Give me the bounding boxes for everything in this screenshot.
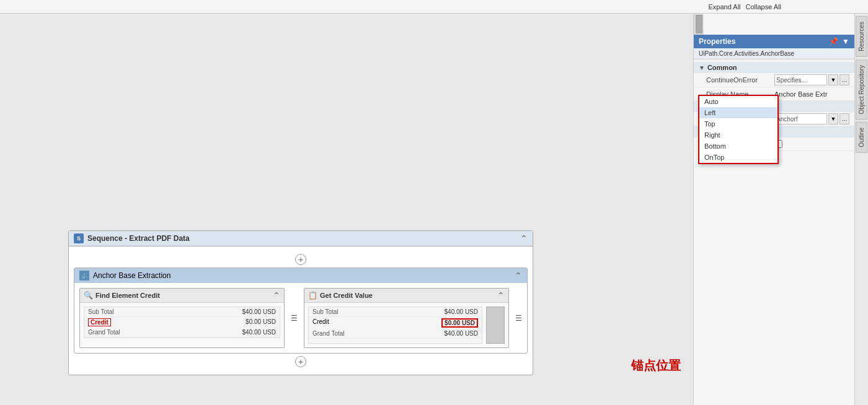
anchor-base-header: ⚓ Anchor Base Extraction ⌃ (74, 268, 527, 283)
scroll-thumb[interactable] (696, 15, 702, 33)
continue-on-error-row: ContinueOnError ▼ … (694, 73, 854, 87)
properties-subtitle: UiPath.Core.Activities.AnchorBase (694, 48, 854, 59)
dropdown-item-bottom[interactable]: Bottom (699, 141, 777, 152)
add-after-anchor: + (74, 354, 528, 370)
sequence-icon: S (74, 233, 84, 243)
sequence-container: S Sequence - Extract PDF Data ⌃ + ⚓ Anch… (68, 230, 533, 375)
anchor-base-title: Anchor Base Extraction (93, 271, 170, 280)
plus-circle-bottom[interactable]: + (295, 356, 306, 367)
properties-header: Properties 📌 ▼ (694, 35, 854, 48)
anchor-position-edit-btn[interactable]: … (839, 113, 849, 124)
right-tabs: Resources Object Repository Outline (854, 14, 868, 405)
get-credit-body: Sub Total $40.00 USD Credit $0.00 USD Gr… (304, 303, 508, 347)
get-credit-title: Get Credit Value (320, 292, 373, 299)
continue-on-error-dropdown-btn[interactable]: ▼ (828, 74, 838, 85)
get-credit-collapse-btn[interactable]: ⌃ (497, 290, 505, 300)
find-invoice-table: Sub Total $40.00 USD Credit $0.00 USD Gr… (84, 307, 280, 338)
table-row: Grand Total $40.00 USD (309, 329, 482, 339)
anchor-collapse-btn[interactable]: ⌃ (515, 271, 522, 281)
credit-value-row: Credit $0.00 USD (309, 317, 482, 329)
main-layout: S Sequence - Extract PDF Data ⌃ + ⚓ Anch… (0, 14, 868, 405)
common-section-header[interactable]: ▼ Common (694, 62, 854, 73)
credit-row: Credit $0.00 USD (84, 317, 280, 328)
gray-block (486, 307, 505, 344)
dropdown-item-ontop[interactable]: OnTop (699, 152, 777, 163)
find-collapse-btn[interactable]: ⌃ (273, 290, 280, 300)
dropdown-item-auto[interactable]: Auto (699, 96, 777, 107)
sequence-title: Sequence - Extract PDF Data (87, 234, 190, 243)
get-credit-menu-icon[interactable]: ☰ (515, 314, 522, 323)
properties-scrollbar[interactable] (694, 14, 704, 35)
sequence-collapse-btn[interactable]: ⌃ (520, 233, 528, 243)
collapse-all-btn[interactable]: Collapse All (746, 3, 781, 11)
anchor-icon: ⚓ (79, 271, 89, 281)
properties-menu-icon[interactable]: ▼ (842, 37, 849, 46)
anchor-base-body: 🔍 Find Element Credit ⌃ Sub Total $40.00… (74, 283, 527, 353)
table-row: Sub Total $40.00 USD (84, 307, 280, 317)
extract-icon: 📋 (308, 291, 317, 300)
find-element-header: 🔍 Find Element Credit ⌃ (80, 289, 284, 303)
find-panel-menu-icon[interactable]: ☰ (291, 314, 298, 323)
credit-value-highlight: $0.00 USD (441, 318, 478, 328)
table-row: Grand Total $40.00 USD (84, 328, 280, 338)
find-element-panel: 🔍 Find Element Credit ⌃ Sub Total $40.00… (79, 288, 285, 348)
anchor-position-dropdown: Auto Left Top Right Bottom OnTop (698, 95, 779, 164)
search-icon: 🔍 (84, 291, 93, 300)
dropdown-item-left[interactable]: Left (699, 107, 777, 118)
top-toolbar: Expand All Collapse All (0, 0, 868, 14)
find-element-body: Sub Total $40.00 USD Credit $0.00 USD Gr… (80, 303, 284, 342)
continue-on-error-label: ContinueOnError (706, 76, 774, 84)
anchor-position-dropdown-btn[interactable]: ▼ (828, 113, 838, 124)
outline-tab[interactable]: Outline (856, 122, 867, 153)
sequence-body: + ⚓ Anchor Base Extraction ⌃ (69, 246, 533, 375)
find-element-title: Find Element Credit (95, 292, 160, 299)
object-repository-tab[interactable]: Object Repository (856, 59, 867, 120)
anchor-base-extraction: ⚓ Anchor Base Extraction ⌃ 🔍 Find Elemen… (74, 268, 528, 354)
table-row: Sub Total $40.00 USD (309, 307, 482, 317)
plus-circle-top[interactable]: + (295, 254, 306, 265)
properties-panel: Properties 📌 ▼ UiPath.Core.Activities.An… (693, 14, 854, 405)
chinese-annotation: 锚点位置 (631, 357, 681, 374)
dropdown-item-right[interactable]: Right (699, 129, 777, 141)
common-section-label: Common (707, 64, 737, 71)
anchor-position-input[interactable] (774, 113, 827, 124)
get-credit-panel: 📋 Get Credit Value ⌃ Sub Total $40.00 US… (304, 288, 509, 348)
sequence-header: S Sequence - Extract PDF Data ⌃ (69, 231, 533, 246)
common-toggle-icon: ▼ (699, 64, 705, 71)
properties-title: Properties (699, 37, 735, 46)
continue-on-error-input[interactable] (774, 74, 827, 85)
expand-all-btn[interactable]: Expand All (709, 3, 741, 11)
canvas-area: S Sequence - Extract PDF Data ⌃ + ⚓ Anch… (0, 14, 693, 405)
continue-on-error-edit-btn[interactable]: … (839, 74, 849, 85)
get-credit-table: Sub Total $40.00 USD Credit $0.00 USD Gr… (308, 307, 482, 344)
dropdown-item-top[interactable]: Top (699, 118, 777, 129)
display-name-value: Anchor Base Extr (774, 90, 849, 98)
credit-label: Credit (88, 318, 111, 326)
resources-tab[interactable]: Resources (856, 16, 867, 57)
add-before-anchor: + (74, 251, 528, 268)
properties-pin-icon[interactable]: 📌 (829, 37, 838, 46)
get-credit-header: 📋 Get Credit Value ⌃ (304, 289, 508, 303)
